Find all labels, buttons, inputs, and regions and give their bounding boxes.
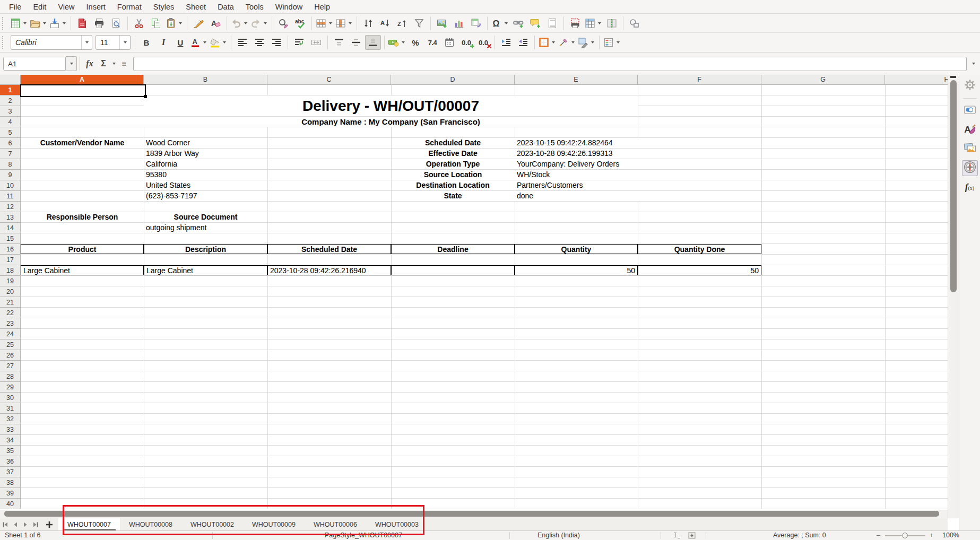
align-left-button[interactable] — [235, 35, 250, 50]
row-header-15[interactable]: 15 — [0, 233, 21, 244]
font-name-combo[interactable]: Calibri — [11, 35, 92, 50]
select-all-corner[interactable] — [0, 75, 21, 85]
first-sheet-button[interactable] — [0, 518, 10, 530]
row-header-12[interactable]: 12 — [0, 202, 21, 212]
zoom-level[interactable]: 100% — [942, 532, 959, 539]
special-character-button[interactable]: Ω — [491, 16, 509, 31]
row-header-17[interactable]: 17 — [0, 255, 21, 265]
row-header-14[interactable]: 14 — [0, 223, 21, 233]
cell-D18[interactable] — [391, 265, 515, 275]
new-document-button[interactable] — [10, 16, 28, 31]
cell-A16[interactable]: Product — [21, 244, 144, 254]
insert-mode-icon[interactable] — [673, 532, 681, 540]
page-style-status[interactable]: PageStyle_WHOUT00007 — [325, 532, 402, 539]
align-right-button[interactable] — [268, 35, 284, 50]
column-header-C[interactable]: C — [267, 75, 391, 85]
row-header-30[interactable]: 30 — [0, 393, 21, 403]
insert-chart-button[interactable] — [451, 16, 467, 31]
row-header-26[interactable]: 26 — [0, 350, 21, 361]
border-color-button[interactable] — [577, 35, 596, 50]
row-header-11[interactable]: 11 — [0, 191, 21, 202]
cell-B4[interactable]: Company Name : My Company (San Francisco… — [144, 117, 638, 127]
row-header-6[interactable]: 6 — [0, 138, 21, 149]
autosum-button[interactable]: Σ — [97, 57, 110, 71]
cell-F18[interactable]: 50 — [638, 265, 761, 275]
row-header-33[interactable]: 33 — [0, 424, 21, 435]
cell-D9[interactable]: Source Location — [391, 170, 515, 180]
expand-formula-bar[interactable] — [972, 63, 975, 65]
row-header-16[interactable]: 16 — [0, 244, 21, 255]
cell-E8[interactable]: YourCompany: Delivery Orders — [515, 159, 761, 169]
menu-styles[interactable]: Styles — [148, 0, 180, 13]
cell-B2[interactable]: Delivery - WH/OUT/00007 — [144, 95, 638, 116]
highlighting-color-button[interactable] — [209, 35, 228, 50]
increase-indent-button[interactable] — [498, 35, 514, 50]
menu-view[interactable]: View — [52, 0, 80, 13]
cell-F16[interactable]: Quantity Done — [638, 244, 761, 254]
row-header-38[interactable]: 38 — [0, 477, 21, 488]
open-button[interactable] — [29, 16, 48, 31]
export-pdf-button[interactable] — [74, 16, 90, 31]
vertical-scrollbar-thumb[interactable] — [950, 80, 957, 292]
cell-B14[interactable]: outgoing shipment — [144, 223, 267, 233]
sidebar-styles-button[interactable]: A — [962, 122, 978, 138]
column-header-E[interactable]: E — [515, 75, 638, 85]
center-vertically-button[interactable] — [348, 35, 364, 50]
name-box[interactable]: A1 — [3, 57, 66, 71]
column-header-B[interactable]: B — [144, 75, 267, 85]
align-center-button[interactable] — [251, 35, 267, 50]
find-replace-button[interactable] — [275, 16, 291, 31]
fill-handle[interactable] — [144, 95, 147, 98]
sheet-tab-whout00007[interactable]: WHOUT00007 — [58, 518, 120, 530]
headers-footers-button[interactable] — [544, 16, 560, 31]
border-style-button[interactable] — [558, 35, 576, 50]
row-header-23[interactable]: 23 — [0, 318, 21, 329]
row-header-13[interactable]: 13 — [0, 212, 21, 223]
last-sheet-button[interactable] — [30, 518, 40, 530]
row-header-31[interactable]: 31 — [0, 403, 21, 414]
cell-B10[interactable]: United States — [144, 180, 267, 190]
clear-formatting-button[interactable]: A — [207, 16, 223, 31]
autosum-dropdown[interactable] — [112, 63, 116, 65]
previous-sheet-button[interactable] — [10, 518, 20, 530]
decrease-indent-button[interactable] — [515, 35, 531, 50]
row-header-32[interactable]: 32 — [0, 414, 21, 424]
bold-button[interactable]: B — [138, 35, 154, 50]
cell-B11[interactable]: (623)-853-7197 — [144, 191, 267, 201]
sort-button[interactable] — [360, 16, 376, 31]
sort-descending-button[interactable]: Z — [394, 16, 410, 31]
percent-format-button[interactable]: % — [407, 35, 423, 50]
sidebar-properties-button[interactable] — [962, 103, 978, 119]
font-size-combo[interactable]: 11 — [96, 35, 131, 50]
cell-B7[interactable]: 1839 Arbor Way — [144, 149, 267, 159]
name-box-dropdown[interactable] — [66, 56, 77, 71]
sheet-tab-whout00008[interactable]: WHOUT00008 — [120, 518, 181, 530]
row-header-28[interactable]: 28 — [0, 371, 21, 382]
sheet-count-status[interactable]: Sheet 1 of 6 — [5, 532, 40, 539]
row-button[interactable] — [315, 16, 334, 31]
menu-edit[interactable]: Edit — [27, 0, 52, 13]
row-header-3[interactable]: 3 — [0, 106, 21, 117]
row-header-40[interactable]: 40 — [0, 499, 21, 509]
zoom-out-button[interactable]: – — [877, 532, 880, 539]
row-header-8[interactable]: 8 — [0, 159, 21, 170]
print-button[interactable] — [91, 16, 107, 31]
merge-cells-button[interactable] — [308, 35, 324, 50]
column-header-G[interactable]: G — [761, 75, 885, 85]
cell-E16[interactable]: Quantity — [515, 244, 638, 254]
row-header-21[interactable]: 21 — [0, 297, 21, 308]
cut-button[interactable] — [131, 16, 147, 31]
cell-B8[interactable]: California — [144, 159, 267, 169]
copy-button[interactable] — [148, 16, 164, 31]
row-header-7[interactable]: 7 — [0, 149, 21, 159]
selection-stats[interactable]: Average: ; Sum: 0 — [773, 532, 826, 539]
cell-C16[interactable]: Scheduled Date — [267, 244, 391, 254]
cell-B16[interactable]: Description — [144, 244, 267, 254]
row-header-5[interactable]: 5 — [0, 127, 21, 138]
vertical-scrollbar[interactable] — [948, 75, 959, 518]
add-decimal-button[interactable]: 0.0 — [458, 35, 474, 50]
menu-file[interactable]: File — [3, 0, 27, 13]
cell-D16[interactable]: Deadline — [391, 244, 515, 254]
underline-button[interactable]: U — [172, 35, 188, 50]
cell-B9[interactable]: 95380 — [144, 170, 267, 180]
